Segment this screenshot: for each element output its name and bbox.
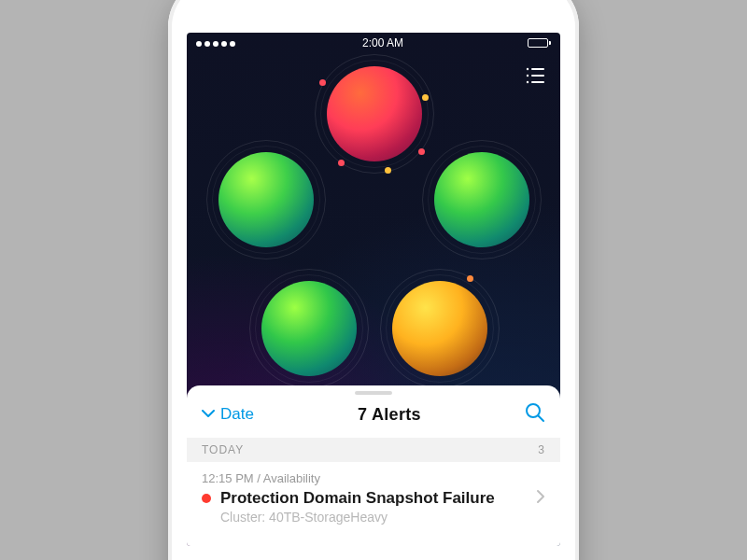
section-header: TODAY 3 — [187, 438, 560, 462]
signal-dots-icon — [196, 36, 238, 49]
status-time: 2:00 AM — [362, 36, 403, 49]
svg-point-0 — [527, 68, 529, 70]
battery-icon — [528, 38, 551, 48]
phone-frame: 2:00 AM — [168, 0, 579, 560]
search-icon — [525, 402, 545, 423]
search-button[interactable] — [525, 402, 545, 427]
orb-critical[interactable] — [327, 66, 422, 161]
alert-title: Protection Domain Snapshot Failure — [220, 489, 527, 508]
sort-button[interactable]: Date — [202, 405, 254, 424]
orb-warning[interactable] — [392, 281, 487, 376]
alert-row[interactable]: 12:15 PM / Availability Protection Domai… — [187, 462, 560, 528]
section-label: TODAY — [202, 443, 244, 456]
severity-dot-icon — [202, 494, 211, 503]
orb-ok-2[interactable] — [434, 152, 529, 247]
orb-ok-1[interactable] — [218, 152, 314, 247]
chevron-right-icon — [536, 489, 545, 508]
sheet-grab-handle[interactable] — [355, 391, 392, 395]
orb-ok-3[interactable] — [261, 281, 357, 376]
alert-subtitle: Cluster: 40TB-StorageHeavy — [220, 510, 545, 525]
status-bar: 2:00 AM — [187, 33, 560, 53]
alerts-sheet: Date 7 Alerts TODAY 3 12:15 PM / Availab… — [187, 385, 560, 546]
sheet-title: 7 Alerts — [358, 405, 421, 425]
chevron-down-icon — [202, 410, 215, 419]
section-count: 3 — [538, 443, 545, 456]
svg-line-7 — [539, 416, 544, 422]
sheet-header: Date 7 Alerts — [187, 397, 560, 438]
phone-screen: 2:00 AM — [187, 33, 560, 546]
sort-label: Date — [220, 405, 254, 424]
alert-meta: 12:15 PM / Availability — [202, 471, 545, 485]
cluster-orbs — [187, 74, 560, 387]
